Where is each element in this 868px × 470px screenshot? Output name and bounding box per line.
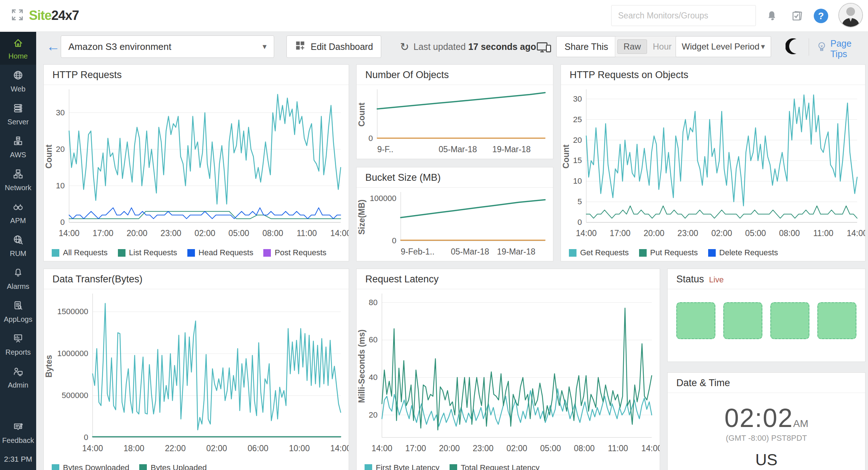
binoculars-icon: [13, 201, 24, 214]
status-tile[interactable]: [676, 302, 715, 339]
dashboard-toolbar: ← Amazon S3 environment ▾ Edit Dashboard…: [36, 32, 868, 62]
chart-legend: All RequestsList RequestsHead RequestsPo…: [52, 248, 327, 257]
svg-text:14:00: 14:00: [59, 228, 80, 238]
sidebar-item-network[interactable]: Network: [0, 163, 36, 196]
sidebar-item-applogs[interactable]: AppLogs: [0, 295, 36, 328]
dark-mode-moon-icon[interactable]: [786, 38, 803, 56]
legend-chip: [450, 464, 457, 470]
svg-text:0: 0: [578, 218, 582, 227]
sidebar-item-server[interactable]: Server: [0, 98, 36, 131]
widget-title: Date & Time: [668, 373, 865, 393]
legend-item[interactable]: Total Request Latency: [450, 463, 540, 470]
sidebar-item-aws[interactable]: AWS: [0, 131, 36, 163]
request-latency-chart: 2040608014:0017:0020:0023:0002:0005:0008…: [357, 289, 660, 456]
legend-item[interactable]: Post Requests: [263, 248, 326, 257]
dashboard-select-value: Amazon S3 environment: [68, 41, 171, 52]
svg-text:14:00: 14:00: [576, 228, 597, 238]
svg-text:Count: Count: [357, 102, 366, 127]
status-tile[interactable]: [770, 302, 809, 339]
legend-item[interactable]: Head Requests: [187, 248, 254, 257]
sidebar-item-apm[interactable]: APM: [0, 196, 36, 229]
svg-text:30: 30: [56, 108, 65, 117]
back-arrow-icon[interactable]: ←: [46, 38, 60, 54]
share-this-button[interactable]: Share This: [556, 36, 616, 57]
widget-title: Bucket Size (MB): [357, 167, 553, 188]
sidebar-item-label: Reports: [5, 348, 31, 356]
legend-chip: [569, 249, 576, 257]
svg-text:22:00: 22:00: [165, 444, 186, 453]
sidebar-item-label: RUM: [10, 249, 26, 258]
legend-item[interactable]: All Requests: [52, 248, 108, 257]
svg-text:25: 25: [573, 115, 582, 124]
svg-text:1500000: 1500000: [57, 307, 88, 316]
legend-item[interactable]: Bytes Uploaded: [139, 463, 207, 470]
svg-text:18:00: 18:00: [124, 444, 145, 453]
svg-text:0: 0: [369, 134, 373, 143]
legend-item[interactable]: First Byte Latency: [365, 463, 439, 470]
widget-level-period-select[interactable]: Widget Level Period ▾: [676, 36, 771, 57]
logo[interactable]: Site24x7: [11, 8, 79, 23]
widget-number-of-objects: Number Of Objects 09-F..05-Mar-1819-Mar-…: [356, 64, 553, 159]
legend-chip: [118, 249, 125, 257]
sidebar-item-rum[interactable]: RUM: [0, 229, 36, 262]
legend-chip: [52, 249, 59, 257]
notifications-bell-icon[interactable]: [764, 8, 780, 24]
sidebar-item-home[interactable]: Home: [0, 32, 36, 65]
page-tips-button[interactable]: Page Tips: [817, 38, 868, 59]
legend-label: Put Requests: [650, 248, 698, 257]
svg-text:500000: 500000: [62, 391, 88, 400]
legend-label: All Requests: [63, 248, 108, 257]
devices-icon[interactable]: [536, 40, 552, 56]
sidebar-item-web[interactable]: Web: [0, 65, 36, 98]
sidebar-item-admin[interactable]: Admin: [0, 361, 36, 394]
svg-text:23:00: 23:00: [677, 228, 698, 238]
legend-chip: [365, 464, 372, 470]
http-requests-plot: 010203014:0017:0020:0023:0002:0005:0008:…: [44, 85, 349, 241]
dashboard-select[interactable]: Amazon S3 environment ▾: [61, 35, 274, 58]
svg-text:02:00: 02:00: [195, 228, 216, 238]
sidebar-item-reports[interactable]: Reports: [0, 328, 36, 361]
svg-text:05:00: 05:00: [540, 444, 561, 453]
svg-text:60: 60: [369, 335, 378, 344]
svg-text:0: 0: [84, 433, 88, 442]
bucket-size-chart: 01000009-Feb-1..05-Mar-1819-Mar-18Size(M…: [357, 188, 553, 260]
hour-toggle[interactable]: Hour: [647, 40, 677, 54]
tasks-icon[interactable]: [789, 8, 805, 24]
raw-toggle[interactable]: Raw: [617, 39, 647, 54]
legend-item[interactable]: Bytes Downloaded: [52, 463, 129, 470]
legend-label: Get Requests: [580, 248, 629, 257]
page-tips-label: Page Tips: [830, 38, 868, 59]
search-input[interactable]: [611, 5, 756, 26]
legend-item[interactable]: List Requests: [118, 248, 177, 257]
refresh-icon[interactable]: ↻: [400, 40, 409, 53]
user-avatar[interactable]: [838, 3, 863, 27]
date-time-body: 02:02AM (GMT -8:00) PST8PDT US 23 Mar 20…: [668, 393, 865, 470]
data-transfer-plot: 05000001000000150000014:0018:0022:0002:0…: [44, 289, 349, 456]
svg-text:100000: 100000: [370, 194, 396, 203]
chart-legend: Get RequestsPut RequestsDelete Requests: [569, 248, 778, 257]
number-of-objects-plot: 09-F..05-Mar-1819-Mar-18Count: [357, 85, 553, 157]
expand-arrows-icon[interactable]: [11, 8, 24, 23]
edit-dashboard-button[interactable]: Edit Dashboard: [286, 35, 381, 58]
svg-text:17:00: 17:00: [405, 444, 426, 453]
svg-text:30: 30: [573, 94, 582, 103]
legend-item[interactable]: Delete Requests: [708, 248, 778, 257]
sidebar-clock: 2:31 PM: [0, 455, 36, 463]
svg-text:Milli-Seconds (ms): Milli-Seconds (ms): [357, 329, 366, 403]
svg-text:Bytes: Bytes: [44, 355, 54, 378]
help-icon[interactable]: ?: [813, 8, 829, 24]
svg-text:0: 0: [60, 218, 65, 227]
chevron-down-icon: ▾: [263, 42, 267, 51]
status-tile[interactable]: [817, 302, 856, 339]
svg-text:05-Mar-18: 05-Mar-18: [439, 145, 477, 154]
svg-text:14:00: 14:00: [330, 444, 349, 453]
status-tile[interactable]: [723, 302, 762, 339]
legend-item[interactable]: Get Requests: [569, 248, 629, 257]
svg-text:20:00: 20:00: [439, 444, 460, 453]
svg-text:20: 20: [369, 410, 378, 419]
sidebar-item-feedback[interactable]: Feedback: [0, 416, 36, 449]
legend-item[interactable]: Put Requests: [639, 248, 698, 257]
sidebar-item-alarms[interactable]: Alarms: [0, 262, 36, 295]
svg-text:20: 20: [56, 145, 65, 154]
edit-dashboard-grid-icon: [295, 40, 306, 53]
